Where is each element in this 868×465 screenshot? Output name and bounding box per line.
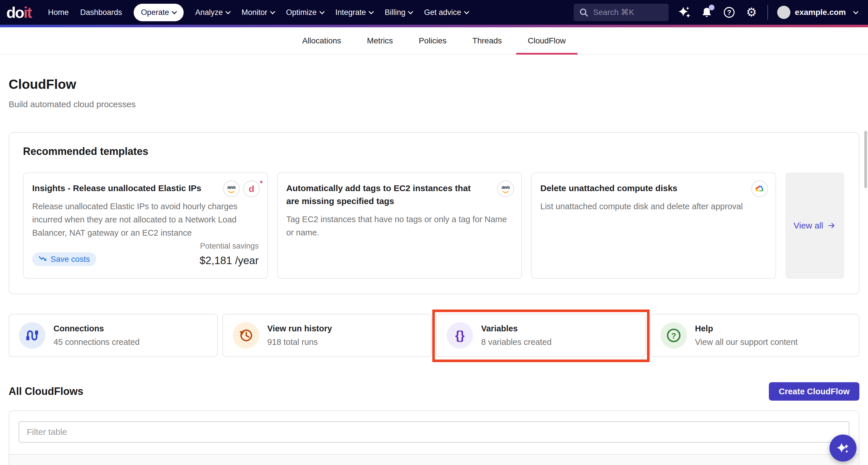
ai-sparkle-icon — [836, 441, 850, 455]
chevron-down-icon — [369, 9, 374, 14]
help-card[interactable]: ? Help View all our support content — [650, 314, 859, 357]
tab-allocations[interactable]: Allocations — [290, 27, 352, 54]
template-card-auto-tag-ec2[interactable]: aws Automatically add tags to EC2 instan… — [277, 173, 522, 279]
template-cards-row: aws d Insights - Release unallocated Ela… — [23, 173, 845, 279]
variables-card[interactable]: {} Variables 8 variables created — [436, 314, 646, 357]
potential-savings-value: $2,181 /year — [199, 255, 259, 267]
chevron-down-icon — [226, 9, 231, 14]
template-title: Automatically add tags to EC2 instances … — [286, 182, 473, 208]
all-cloudflows-header-row: All CloudFlows Create CloudFlow — [9, 382, 859, 401]
aws-icon: aws — [223, 181, 240, 197]
chevron-down-icon — [319, 9, 324, 14]
quick-card-title: View run history — [267, 324, 332, 333]
ai-sparkle-icon[interactable] — [678, 6, 691, 19]
account-menu[interactable]: example.com — [777, 6, 858, 19]
template-description: Release unallocated Elastic IPs to avoid… — [32, 200, 256, 239]
quick-card-subtitle: 8 variables created — [481, 337, 552, 347]
quick-card-title: Connections — [54, 324, 140, 333]
doit-logo[interactable]: doit — [6, 3, 31, 21]
ai-assistant-fab[interactable] — [830, 435, 857, 462]
quick-links-row: Connections 45 connections created View … — [9, 314, 859, 357]
search-input[interactable] — [593, 7, 660, 17]
scrollbar-thumb[interactable] — [864, 131, 867, 188]
cloudflows-table: CloudFlow name Owner Published status La… — [9, 410, 859, 465]
create-cloudflow-button[interactable]: Create CloudFlow — [769, 382, 859, 401]
nav-item-analyze[interactable]: Analyze — [195, 8, 230, 17]
nav-item-optimize[interactable]: Optimize — [286, 8, 324, 17]
svg-text:?: ? — [672, 331, 676, 340]
svg-text:?: ? — [727, 9, 731, 17]
connections-card[interactable]: Connections 45 connections created — [9, 314, 218, 357]
arrow-right-icon — [827, 222, 836, 229]
divider — [767, 5, 768, 20]
settings-icon[interactable]: ⚙ — [745, 6, 758, 19]
recommended-heading: Recommended templates — [23, 146, 845, 157]
chevron-down-icon — [270, 9, 275, 14]
quick-card-title: Variables — [481, 324, 552, 333]
table-header-row: CloudFlow name Owner Published status La… — [9, 454, 859, 465]
nav-item-home[interactable]: Home — [48, 8, 69, 17]
quick-card-subtitle: 918 total runs — [267, 337, 332, 347]
section-tabs: Allocations Metrics Policies Threads Clo… — [0, 27, 868, 55]
template-description: Tag EC2 instances that have no tags or o… — [286, 213, 510, 239]
trending-down-icon — [38, 255, 47, 264]
page-title: CloudFlow — [9, 76, 859, 92]
template-description: List unattached compute disk and delete … — [540, 200, 765, 213]
main-content: CloudFlow Build automated cloud processe… — [9, 55, 859, 465]
template-title: Insights - Release unallocated Elastic I… — [32, 182, 219, 194]
notification-dot — [709, 5, 715, 10]
notifications-icon[interactable] — [700, 6, 713, 19]
chevron-down-icon — [853, 9, 858, 14]
variables-icon: {} — [447, 322, 473, 349]
navbar-right: ? ⚙ example.com — [574, 4, 858, 21]
quick-card-title: Help — [695, 324, 798, 333]
chevron-down-icon — [408, 9, 413, 14]
nav-item-operate[interactable]: Operate — [134, 4, 184, 21]
nav-item-get-advice[interactable]: Get advice — [424, 8, 468, 17]
all-cloudflows-heading: All CloudFlows — [9, 385, 83, 398]
run-history-icon — [233, 322, 259, 349]
tab-metrics[interactable]: Metrics — [355, 27, 404, 54]
avatar — [777, 6, 790, 19]
help-icon: ? — [660, 322, 687, 349]
tab-policies[interactable]: Policies — [407, 27, 458, 54]
page-subtitle: Build automated cloud processes — [9, 99, 859, 109]
main-nav: Home Dashboards Operate Analyze Monitor … — [48, 4, 468, 21]
template-card-release-elastic-ips[interactable]: aws d Insights - Release unallocated Ela… — [23, 173, 268, 279]
template-card-delete-compute-disks[interactable]: Delete unattached compute disks List una… — [531, 173, 776, 279]
doit-icon: d — [243, 181, 260, 197]
tab-cloudflow[interactable]: CloudFlow — [516, 27, 577, 54]
chevron-down-icon — [464, 9, 469, 14]
template-title: Delete unattached compute disks — [540, 182, 727, 194]
global-search[interactable] — [574, 4, 669, 21]
aws-icon: aws — [497, 181, 514, 197]
tab-threads[interactable]: Threads — [461, 27, 514, 54]
search-icon — [579, 7, 589, 17]
help-icon[interactable]: ? — [722, 6, 736, 19]
filter-table-input[interactable] — [19, 421, 849, 442]
gcp-icon — [751, 181, 768, 197]
run-history-card[interactable]: View run history 918 total runs — [222, 314, 432, 357]
nav-item-dashboards[interactable]: Dashboards — [80, 8, 122, 17]
quick-card-subtitle: View all our support content — [695, 337, 798, 347]
save-costs-badge: Save costs — [32, 252, 96, 266]
nav-item-monitor[interactable]: Monitor — [242, 8, 275, 17]
connections-icon — [19, 322, 45, 349]
potential-savings-label: Potential savings — [200, 242, 259, 251]
chevron-down-icon — [172, 9, 177, 14]
nav-item-billing[interactable]: Billing — [384, 8, 412, 17]
brand-gradient-bar — [0, 25, 868, 27]
account-name: example.com — [795, 8, 846, 17]
nav-item-integrate[interactable]: Integrate — [335, 8, 373, 17]
recommended-templates-section: Recommended templates aws d Insights - R… — [9, 132, 859, 294]
view-all-templates-button[interactable]: View all — [785, 173, 844, 279]
top-navbar: doit Home Dashboards Operate Analyze Mon… — [0, 0, 868, 25]
quick-card-subtitle: 45 connections created — [54, 337, 140, 347]
